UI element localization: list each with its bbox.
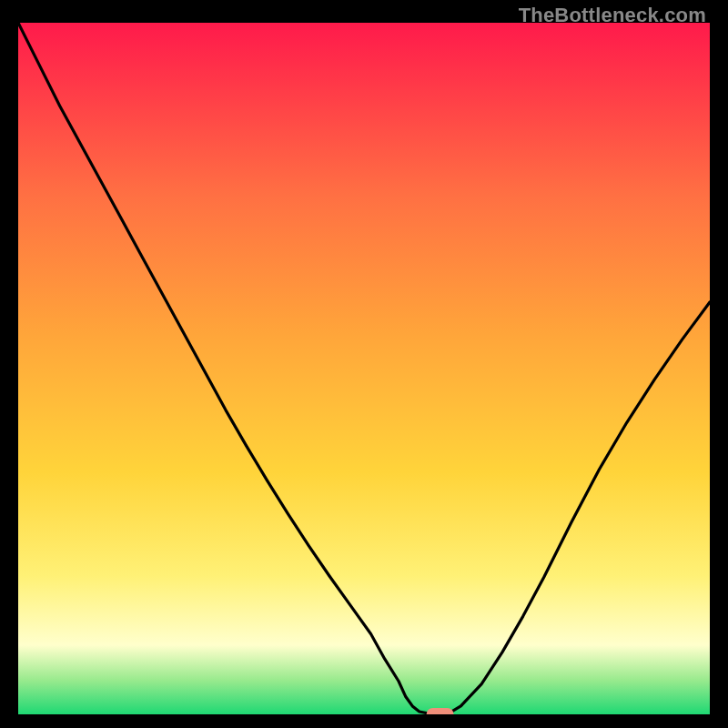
gradient-background: [18, 23, 710, 714]
watermark-text: TheBottleneck.com: [519, 4, 706, 27]
chart-svg: [18, 23, 710, 714]
plot-area: [18, 23, 710, 714]
chart-frame: TheBottleneck.com: [0, 0, 728, 728]
optimal-marker: [427, 708, 454, 714]
